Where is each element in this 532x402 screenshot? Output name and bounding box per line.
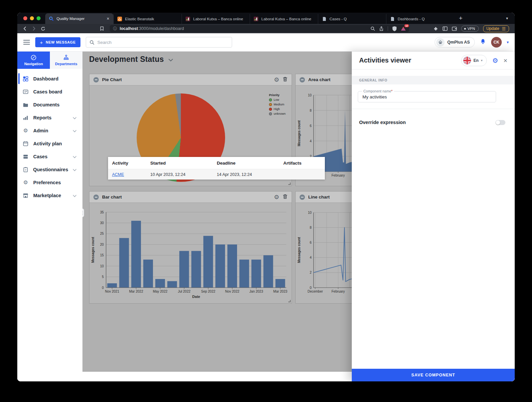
close-icon[interactable]: ×: [503, 57, 507, 64]
tab-search-chevron-icon[interactable]: ▾: [499, 16, 515, 21]
component-name-input[interactable]: [362, 94, 491, 99]
menu-icon[interactable]: [23, 40, 30, 45]
wallet-icon[interactable]: [452, 27, 457, 31]
sidebar-tab-navigation[interactable]: Navigation: [17, 52, 50, 69]
svg-text:December: December: [308, 290, 323, 293]
browser-tab-elastic-beanstalk[interactable]: Elastic Beanstalk: [113, 14, 182, 24]
svg-text:Mar 2023: Mar 2023: [273, 290, 288, 293]
search-icon[interactable]: [370, 26, 375, 31]
activities-viewer-panel: Activities viewer En: [352, 52, 515, 381]
tab-close-icon[interactable]: ×: [106, 16, 110, 21]
activity-link[interactable]: ACME: [112, 172, 124, 177]
legend-item: unknown: [269, 112, 286, 115]
collapse-panel-icon[interactable]: [93, 77, 99, 82]
user-menu-chevron-icon[interactable]: ▾: [507, 40, 509, 45]
quality-manager-app: +NEW MESSAGE QmPlus AS CK ▾: [17, 33, 515, 381]
new-message-button[interactable]: +NEW MESSAGE: [35, 37, 80, 47]
panel-delete-trash-icon[interactable]: [283, 76, 288, 83]
minimize-window-button[interactable]: [30, 16, 34, 20]
table-row: ACME10 Apr 2023, 12:2414 Apr 2023, 12:24: [108, 169, 325, 180]
browser-tab-laboral-kutxa-1[interactable]: Laboral Kutxa – Banca online: [182, 14, 250, 24]
new-tab-button[interactable]: +: [454, 13, 467, 24]
sidebar-toggle-icon[interactable]: [443, 26, 448, 31]
global-search[interactable]: [86, 37, 232, 48]
sidebar-item-admin[interactable]: ⚙ Admin: [17, 124, 82, 137]
panel-resize-handle[interactable]: [288, 183, 291, 185]
forward-button[interactable]: [32, 26, 36, 31]
bar-chart-panel: Bar chart ⚙ 05101520253035Nov 2021Mar 20…: [89, 191, 292, 304]
svg-text:Date: Date: [192, 295, 200, 299]
maximize-window-button[interactable]: [37, 16, 41, 20]
reload-button[interactable]: [41, 26, 46, 31]
browser-tab-quality-manager[interactable]: Quality Manager ×: [45, 13, 113, 24]
bar-chart: 05101520253035Nov 2021Mar 2022May 2022Ju…: [89, 203, 292, 303]
panel-resize-handle[interactable]: [288, 300, 291, 302]
site-info-icon[interactable]: ⓘ: [113, 27, 117, 31]
organization-selector[interactable]: QmPlus AS: [435, 37, 475, 48]
sidebar-item-cases-board[interactable]: Cases board: [17, 85, 82, 98]
panel-title: Bar chart: [102, 195, 122, 200]
app-header: +NEW MESSAGE QmPlus AS CK ▾: [17, 33, 515, 52]
override-expression-toggle[interactable]: [495, 120, 505, 125]
update-button[interactable]: Update☰: [483, 25, 509, 32]
sidebar-item-marketplace[interactable]: Marketplace: [17, 189, 82, 202]
browser-menu-icon[interactable]: ☰: [502, 26, 506, 31]
sidebar-item-documents[interactable]: Documents: [17, 98, 82, 111]
panel-delete-trash-icon[interactable]: [283, 194, 288, 201]
legend-item: Low: [269, 98, 286, 101]
collapse-panel-icon[interactable]: [93, 195, 99, 200]
browser-tab-dashboards[interactable]: Dashboards - Q: [386, 14, 454, 24]
svg-text:0: 0: [310, 286, 312, 290]
sidebar-item-cases[interactable]: Cases: [17, 150, 82, 163]
collapse-panel-icon[interactable]: [300, 195, 305, 200]
chevron-down-icon[interactable]: [73, 128, 76, 133]
sidebar-item-questionnaires[interactable]: ? Questionnaires: [17, 163, 82, 176]
folder-icon: [23, 102, 29, 107]
legend-item: High: [269, 107, 286, 111]
save-component-button[interactable]: SAVE COMPONENT: [352, 369, 515, 381]
chevron-down-icon[interactable]: [73, 193, 76, 198]
chevron-down-icon[interactable]: [73, 154, 76, 159]
notifications-bell-icon[interactable]: [480, 38, 486, 46]
panel-settings-gear-icon[interactable]: ⚙: [274, 194, 279, 200]
component-name-field[interactable]: Component name*: [358, 91, 496, 102]
sidebar-item-dashboard[interactable]: Dashboard: [17, 72, 82, 85]
browser-tab-laboral-kutxa-2[interactable]: Laboral Kutxa – Banca online: [250, 14, 318, 24]
address-bar[interactable]: ⓘ localhost:3000/module/dashboard 12: [110, 25, 409, 32]
collapse-panel-icon[interactable]: [300, 77, 305, 82]
bookmark-icon[interactable]: [100, 26, 104, 31]
svg-text:4: 4: [310, 139, 312, 143]
browser-tab-cases[interactable]: Cases - Q: [318, 14, 386, 24]
column-header: Artifacts: [279, 161, 325, 166]
svg-text:Jul 2022: Jul 2022: [178, 290, 191, 293]
vpn-button[interactable]: VPN: [461, 26, 479, 32]
panel-settings-gear-icon[interactable]: ⚙: [274, 77, 279, 83]
svg-text:May 2022: May 2022: [153, 290, 168, 293]
sidebar-item-preferences[interactable]: ⚙ Preferences: [17, 176, 82, 189]
sidebar-item-reports[interactable]: Reports: [17, 111, 82, 124]
brave-shield-icon[interactable]: [392, 26, 397, 31]
search-input[interactable]: [97, 40, 228, 45]
window-controls: [17, 13, 45, 24]
close-window-button[interactable]: [23, 16, 27, 20]
chevron-down-icon[interactable]: [73, 167, 76, 172]
sidebar-item-activity-plan[interactable]: Activity plan: [17, 137, 82, 150]
back-button[interactable]: [23, 26, 27, 31]
activity-table: Activity Started Deadline Artifacts ACME…: [108, 157, 325, 180]
chevron-down-icon[interactable]: [73, 115, 76, 120]
legend-item: Medium: [269, 103, 286, 106]
user-avatar[interactable]: CK: [491, 37, 502, 48]
cases-icon: [23, 154, 29, 159]
dashboard-selector-chevron-icon[interactable]: [169, 56, 173, 63]
panel-title: Pie Chart: [102, 77, 122, 82]
svg-text:8: 8: [310, 109, 312, 112]
sidebar-tab-departments[interactable]: Departments: [50, 52, 82, 69]
search-icon: [89, 40, 94, 45]
language-selector[interactable]: En ▾: [461, 55, 487, 66]
url-text: localhost:3000/module/dashboard: [120, 26, 184, 31]
panel-settings-gear-icon[interactable]: ⚙: [492, 57, 498, 64]
sidebar-resize-handle[interactable]: [82, 208, 84, 217]
share-icon[interactable]: [379, 26, 384, 31]
brave-rewards-icon[interactable]: 12: [401, 27, 406, 31]
extensions-icon[interactable]: [433, 26, 438, 31]
